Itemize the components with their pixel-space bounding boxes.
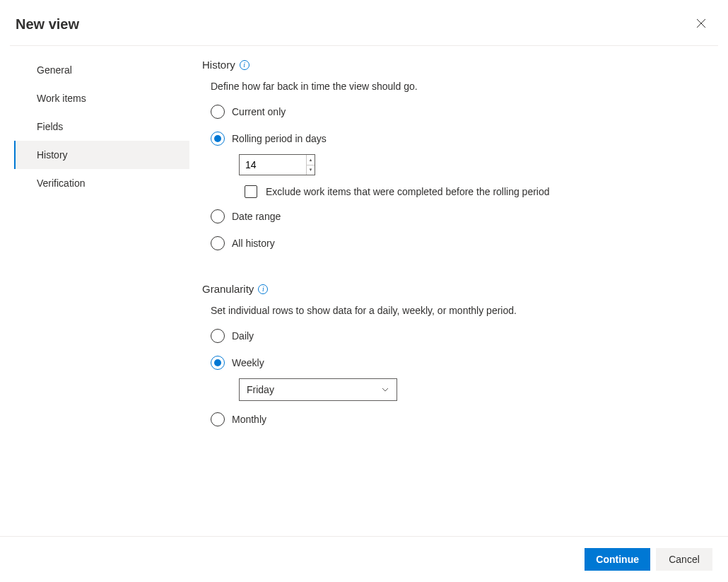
exclude-completed-checkbox[interactable] <box>245 185 257 198</box>
radio-button[interactable] <box>211 329 225 343</box>
sidebar-item-label: General <box>37 64 72 76</box>
radio-button[interactable] <box>211 132 225 146</box>
radio-label: Weekly <box>232 357 264 368</box>
weekly-day-value: Friday <box>247 384 274 395</box>
close-button[interactable] <box>690 13 712 35</box>
radio-label: Rolling period in days <box>232 133 327 144</box>
info-icon[interactable]: i <box>258 284 268 294</box>
granularity-section-title: Granularity <box>202 283 254 295</box>
granularity-section-description: Set individual rows to show data for a d… <box>211 305 711 316</box>
cancel-button[interactable]: Cancel <box>656 548 712 571</box>
sidebar-item-general[interactable]: General <box>14 56 189 84</box>
weekly-controls: Friday <box>239 378 711 401</box>
sidebar-item-label: Verification <box>37 177 85 189</box>
radio-daily[interactable]: Daily <box>211 329 711 343</box>
weekly-day-select[interactable]: Friday <box>239 378 397 401</box>
rolling-days-input-wrapper: ▲ ▼ <box>239 154 315 175</box>
chevron-down-icon <box>381 385 389 394</box>
rolling-period-controls: ▲ ▼ Exclude work items that were complet… <box>239 154 711 198</box>
radio-button[interactable] <box>211 236 225 250</box>
radio-current-only[interactable]: Current only <box>211 105 711 119</box>
sidebar-item-label: Fields <box>37 121 63 132</box>
sidebar-nav: General Work items Fields History Verifi… <box>0 46 189 536</box>
sidebar-item-verification[interactable]: Verification <box>14 169 189 197</box>
number-spinner: ▲ ▼ <box>306 155 315 175</box>
spinner-down-icon[interactable]: ▼ <box>307 165 315 175</box>
radio-label: Current only <box>232 106 286 117</box>
radio-label: Monthly <box>232 414 266 425</box>
exclude-completed-label: Exclude work items that were completed b… <box>266 186 550 197</box>
rolling-days-input[interactable] <box>240 155 306 175</box>
continue-button[interactable]: Continue <box>585 548 650 571</box>
sidebar-item-label: History <box>37 149 68 161</box>
dialog-footer: Continue Cancel <box>0 536 728 582</box>
dialog-title: New view <box>16 16 79 33</box>
sidebar-item-label: Work items <box>37 93 86 104</box>
dialog-header: New view <box>0 0 728 45</box>
radio-all-history[interactable]: All history <box>211 236 711 250</box>
granularity-section-header: Granularity i <box>202 283 711 295</box>
sidebar-item-work-items[interactable]: Work items <box>14 84 189 112</box>
radio-rolling-period[interactable]: Rolling period in days <box>211 132 711 146</box>
info-icon[interactable]: i <box>240 60 249 70</box>
new-view-dialog: New view General Work items Fields Histo… <box>0 0 728 582</box>
history-radio-group: Current only Rolling period in days ▲ ▼ <box>211 105 711 250</box>
exclude-completed-row[interactable]: Exclude work items that were completed b… <box>245 185 711 198</box>
close-icon <box>696 18 706 30</box>
spinner-up-icon[interactable]: ▲ <box>307 155 315 165</box>
granularity-radio-group: Daily Weekly Friday Monthl <box>211 329 711 426</box>
radio-button[interactable] <box>211 356 225 370</box>
radio-label: Daily <box>232 330 254 342</box>
radio-button[interactable] <box>211 105 225 119</box>
dialog-body: General Work items Fields History Verifi… <box>0 46 728 536</box>
radio-label: All history <box>232 238 275 249</box>
radio-date-range[interactable]: Date range <box>211 209 711 223</box>
radio-button[interactable] <box>211 209 225 223</box>
sidebar-item-fields[interactable]: Fields <box>14 112 189 141</box>
history-section-title: History <box>202 59 235 71</box>
radio-weekly[interactable]: Weekly <box>211 356 711 370</box>
radio-button[interactable] <box>211 412 225 426</box>
radio-monthly[interactable]: Monthly <box>211 412 711 426</box>
radio-label: Date range <box>232 211 281 222</box>
sidebar-item-history[interactable]: History <box>14 141 189 169</box>
history-section-header: History i <box>202 59 711 71</box>
history-section-description: Define how far back in time the view sho… <box>211 81 711 92</box>
main-panel: History i Define how far back in time th… <box>189 46 728 536</box>
